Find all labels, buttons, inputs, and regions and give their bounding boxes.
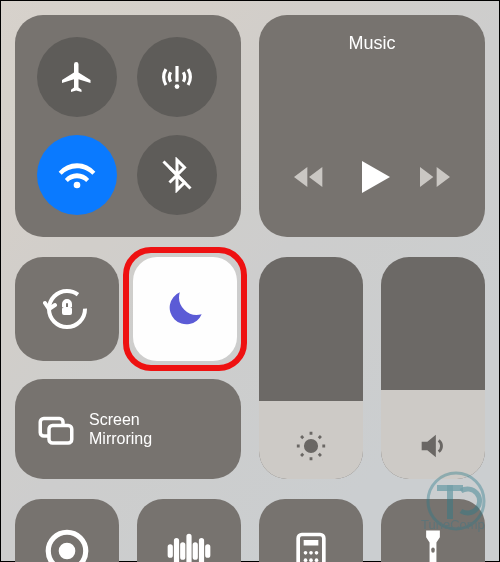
bluetooth-icon <box>159 157 195 193</box>
volume-slider[interactable] <box>381 257 485 479</box>
bluetooth-button[interactable] <box>137 135 217 215</box>
airplane-mode-icon <box>59 59 95 95</box>
svg-point-8 <box>59 543 76 560</box>
cellular-data-button[interactable] <box>137 37 217 117</box>
next-track-button[interactable] <box>415 157 455 197</box>
svg-point-11 <box>304 551 308 555</box>
svg-point-0 <box>175 84 180 89</box>
brightness-icon <box>259 429 363 463</box>
cellular-data-icon <box>158 58 196 96</box>
svg-rect-6 <box>49 426 72 444</box>
svg-point-14 <box>304 558 308 562</box>
control-center: Music <box>0 0 500 562</box>
play-button[interactable] <box>348 153 396 201</box>
dnd-highlight <box>123 247 247 371</box>
svg-point-4 <box>305 440 316 451</box>
svg-rect-9 <box>298 535 324 563</box>
calculator-icon <box>289 529 333 562</box>
wifi-button[interactable] <box>37 135 117 215</box>
screen-mirroring-button[interactable]: Screen Mirroring <box>15 379 241 479</box>
previous-track-button[interactable] <box>289 157 329 197</box>
do-not-disturb-button[interactable] <box>133 257 237 361</box>
screen-record-icon <box>42 526 92 562</box>
speaker-icon <box>381 429 485 463</box>
svg-point-12 <box>309 551 313 555</box>
svg-rect-10 <box>304 540 319 546</box>
screen-mirroring-label: Screen Mirroring <box>89 410 152 448</box>
svg-point-15 <box>309 558 313 562</box>
svg-rect-17 <box>431 548 434 553</box>
calculator-button[interactable] <box>259 499 363 562</box>
music-group[interactable]: Music <box>259 15 485 237</box>
orientation-lock-button[interactable] <box>15 257 119 361</box>
orientation-lock-icon <box>43 285 91 333</box>
screen-record-button[interactable] <box>15 499 119 562</box>
flashlight-button[interactable] <box>381 499 485 562</box>
svg-rect-3 <box>62 307 72 315</box>
flashlight-icon <box>412 527 454 562</box>
do-not-disturb-moon-icon <box>160 284 210 334</box>
svg-point-13 <box>315 551 319 555</box>
audio-visualizer-button[interactable] <box>137 499 241 562</box>
screen-mirroring-icon <box>35 408 77 450</box>
connectivity-group[interactable] <box>15 15 241 237</box>
media-controls <box>259 153 485 201</box>
airplane-mode-button[interactable] <box>37 37 117 117</box>
audio-waveform-icon <box>164 526 214 562</box>
brightness-slider[interactable] <box>259 257 363 479</box>
wifi-icon <box>57 155 97 195</box>
music-title: Music <box>259 33 485 54</box>
svg-point-16 <box>315 558 319 562</box>
